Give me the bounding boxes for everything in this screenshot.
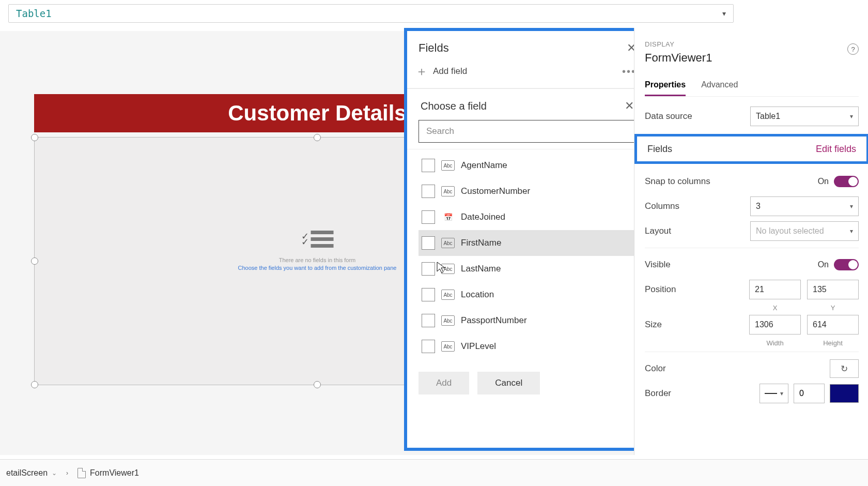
columns-select[interactable]: 3 ▾ <box>750 196 859 216</box>
field-name: DateJoined <box>461 212 505 222</box>
add-field-button[interactable]: ＋ Add field <box>415 63 467 80</box>
size-label: Size <box>645 320 662 330</box>
size-sublabels: Width Height <box>645 337 859 347</box>
tab-properties[interactable]: Properties <box>645 76 686 96</box>
prop-columns: Columns 3 ▾ <box>645 194 859 219</box>
resize-handle-ml[interactable] <box>31 257 38 265</box>
prop-border: Border ▾ <box>645 381 859 406</box>
data-source-select[interactable]: Table1 ▾ <box>750 107 859 126</box>
checkbox[interactable] <box>422 314 435 327</box>
checkbox[interactable] <box>422 288 435 301</box>
properties-pane: DISPLAY FormViewer1 ? Properties Advance… <box>634 28 868 455</box>
plus-icon: ＋ <box>415 63 428 80</box>
layout-value: No layout selected <box>756 226 824 236</box>
empty-message-line1: There are no fields in this form <box>238 257 397 263</box>
field-item[interactable]: 📅DateJoined <box>419 204 636 230</box>
checkbox[interactable] <box>422 340 435 353</box>
position-x-input[interactable] <box>749 280 801 299</box>
visible-value: On <box>818 260 829 269</box>
field-name: VIPLevel <box>461 341 496 352</box>
close-choose-icon[interactable]: ✕ <box>625 99 634 113</box>
search-input[interactable] <box>419 120 636 143</box>
size-w-input[interactable] <box>749 315 801 335</box>
columns-label: Columns <box>645 201 679 211</box>
chevron-down-icon[interactable]: ▾ <box>722 9 726 18</box>
formula-bar[interactable]: Table1 ▾ <box>8 4 734 23</box>
add-field-label: Add field <box>433 66 467 77</box>
crumb-control-label: FormViewer1 <box>90 468 139 478</box>
field-item[interactable]: AbcLocation <box>419 282 636 308</box>
add-field-row: ＋ Add field ••• <box>407 59 647 88</box>
border-width-input[interactable] <box>794 384 825 403</box>
resize-handle-bl[interactable] <box>31 381 38 388</box>
prop-fields-highlight: Fields Edit fields <box>634 134 868 164</box>
position-sublabels: X Y <box>645 302 859 312</box>
snap-value: On <box>818 177 829 186</box>
color-reset-button[interactable]: ↻ <box>830 359 859 378</box>
position-y-input[interactable] <box>807 280 859 299</box>
add-button[interactable]: Add <box>419 372 469 394</box>
prop-color: Color ↻ <box>645 356 859 381</box>
text-type-icon: Abc <box>441 160 455 171</box>
calendar-icon: 📅 <box>441 212 455 222</box>
columns-value: 3 <box>756 202 761 211</box>
prop-position: Position <box>645 277 859 302</box>
chevron-right-icon: › <box>66 469 68 477</box>
checkbox[interactable] <box>422 159 435 172</box>
cancel-button[interactable]: Cancel <box>477 372 540 394</box>
text-type-icon: Abc <box>441 290 455 300</box>
edit-fields-link[interactable]: Edit fields <box>816 144 856 155</box>
prop-layout: Layout No layout selected ▾ <box>645 219 859 244</box>
field-list: AbcAgentNameAbcCustomerNumber📅DateJoined… <box>407 149 647 359</box>
control-name: FormViewer1 <box>645 51 859 65</box>
field-item[interactable]: AbcCustomerNumber <box>419 178 636 204</box>
w-label: Width <box>749 339 801 347</box>
empty-state: ✓✓ There are no fields in this form Choo… <box>238 231 397 271</box>
field-item[interactable]: AbcFirstName <box>419 230 636 256</box>
field-name: FirstName <box>461 238 501 248</box>
prop-data-source: Data source Table1 ▾ <box>645 104 859 129</box>
breadcrumb: etailScreen ⌄ › FormViewer1 <box>0 459 868 486</box>
fields-label: Fields <box>647 144 672 155</box>
resize-handle-bc[interactable] <box>314 381 321 388</box>
crumb-screen-label: etailScreen <box>6 468 48 478</box>
field-item[interactable]: AbcLastName <box>419 256 636 282</box>
y-label: Y <box>807 304 859 312</box>
text-type-icon: Abc <box>441 315 455 326</box>
border-label: Border <box>645 388 671 399</box>
layout-label: Layout <box>645 226 671 236</box>
field-name: Location <box>461 290 494 300</box>
formula-text: Table1 <box>16 8 52 19</box>
checklist-icon: ✓✓ <box>301 231 334 248</box>
text-type-icon: Abc <box>441 341 455 352</box>
text-type-icon: Abc <box>441 264 455 274</box>
fields-panel: Fields ✕ ＋ Add field ••• Choose a field … <box>404 28 650 451</box>
snap-label: Snap to columns <box>645 176 710 187</box>
checkbox[interactable] <box>422 236 435 250</box>
layout-select[interactable]: No layout selected ▾ <box>750 221 859 241</box>
checkbox[interactable] <box>422 262 435 276</box>
checkbox[interactable] <box>422 185 435 198</box>
crumb-control[interactable]: FormViewer1 <box>78 468 139 478</box>
x-label: X <box>749 304 801 312</box>
h-label: Height <box>807 339 859 347</box>
size-h-input[interactable] <box>807 315 859 335</box>
checkbox[interactable] <box>422 210 435 224</box>
resize-handle-tc[interactable] <box>314 134 321 141</box>
field-item[interactable]: AbcPassportNumber <box>419 308 636 333</box>
field-item[interactable]: AbcVIPLevel <box>419 333 636 359</box>
data-source-label: Data source <box>645 111 692 122</box>
section-label: DISPLAY <box>645 40 859 48</box>
snap-toggle[interactable] <box>834 176 859 187</box>
border-color-swatch[interactable] <box>830 384 859 403</box>
resize-handle-tl[interactable] <box>31 134 38 141</box>
tab-advanced[interactable]: Advanced <box>701 76 738 96</box>
help-icon[interactable]: ? <box>847 43 859 55</box>
border-style-select[interactable]: ▾ <box>760 384 788 403</box>
fields-panel-header: Fields ✕ <box>407 31 647 59</box>
color-label: Color <box>645 363 666 374</box>
field-item[interactable]: AbcAgentName <box>419 153 636 178</box>
crumb-screen[interactable]: etailScreen ⌄ <box>6 468 57 478</box>
fields-panel-title: Fields <box>419 41 449 55</box>
visible-toggle[interactable] <box>834 259 859 270</box>
